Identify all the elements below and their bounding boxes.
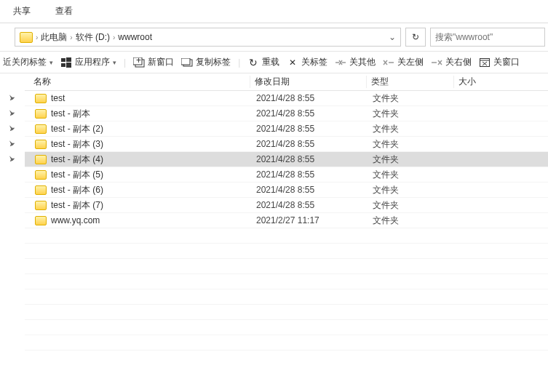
crumb-drive[interactable]: 软件 (D:): [76, 31, 110, 44]
close-other-button[interactable]: 关其他: [335, 56, 376, 68]
refresh-icon: ↻: [412, 32, 419, 42]
table-row-empty: [25, 289, 548, 305]
copy-tab-button[interactable]: 复制标签: [181, 56, 231, 68]
pin-icon[interactable]: [0, 121, 25, 137]
refresh-button[interactable]: ↻: [405, 28, 426, 47]
file-date: 2021/4/28 8:55: [256, 169, 373, 180]
crumb-folder[interactable]: wwwroot: [118, 32, 152, 42]
file-date: 2021/4/28 8:55: [256, 93, 373, 103]
folder-icon: [35, 185, 47, 195]
file-date: 2021/4/28 8:55: [256, 108, 373, 119]
table-row[interactable]: test - 副本 (6)2021/4/28 8:55文件夹: [25, 183, 548, 198]
content-area: 名称 修改日期 类型 大小 test2021/4/28 8:55文件夹test …: [0, 73, 548, 382]
tab-view[interactable]: 查看: [52, 4, 76, 19]
crumb-pc[interactable]: 此电脑: [41, 31, 67, 44]
file-name: test - 副本 (6): [51, 184, 256, 196]
file-type: 文件夹: [373, 199, 460, 212]
close-other-icon: [335, 57, 346, 68]
svg-rect-9: [480, 58, 490, 66]
file-type: 文件夹: [373, 153, 460, 166]
table-row[interactable]: test - 副本 (4)2021/4/28 8:55文件夹: [25, 152, 548, 167]
pin-icon[interactable]: [0, 152, 25, 167]
reload-button[interactable]: ↻ 重载: [247, 56, 279, 68]
file-type: 文件夹: [373, 108, 460, 120]
file-type: 文件夹: [373, 184, 460, 196]
search-input[interactable]: [435, 32, 540, 42]
table-row[interactable]: test2021/4/28 8:55文件夹: [25, 91, 548, 106]
file-name: test - 副本 (2): [51, 123, 256, 135]
close-tab-button[interactable]: ✕ 关标签: [287, 56, 327, 68]
file-date: 2021/4/28 8:55: [256, 124, 373, 134]
folder-icon: [35, 216, 47, 225]
table-row[interactable]: www.yq.com2021/2/27 11:17文件夹: [25, 213, 548, 228]
search-box[interactable]: [430, 28, 545, 47]
table-row-empty: [25, 320, 548, 335]
chevron-down-icon: ▾: [49, 59, 53, 66]
header-date[interactable]: 修改日期: [250, 76, 367, 88]
table-row[interactable]: test - 副本 (7)2021/4/28 8:55文件夹: [25, 198, 548, 213]
address-bar-row: › 此电脑 › 软件 (D:) › wwwroot ⌄ ↻: [0, 23, 548, 52]
file-date: 2021/4/28 8:55: [256, 154, 373, 164]
separator: |: [238, 57, 240, 68]
close-left-icon: [383, 57, 394, 68]
folder-icon: [35, 170, 47, 180]
file-type: 文件夹: [373, 215, 460, 227]
toolbar: 近关闭标签 ▾ 应用程序 ▾ | + 新窗口 复制标签 | ↻ 重载 ✕ 关标签…: [0, 52, 548, 73]
folder-icon: [35, 109, 47, 119]
windows-icon: [60, 57, 72, 68]
file-date: 2021/4/28 8:55: [256, 185, 373, 195]
pin-icon[interactable]: [0, 91, 25, 106]
close-left-button[interactable]: 关左侧: [383, 56, 424, 68]
file-name: test - 副本 (4): [51, 153, 256, 166]
table-row-empty: [25, 305, 548, 320]
pin-icon[interactable]: [0, 137, 25, 152]
close-right-button[interactable]: 关右侧: [431, 56, 472, 68]
file-name: test - 副本 (7): [51, 199, 256, 212]
pin-icon[interactable]: [0, 167, 25, 183]
apps-button[interactable]: 应用程序 ▾: [60, 56, 116, 68]
table-row[interactable]: test - 副本 (3)2021/4/28 8:55文件夹: [25, 137, 548, 152]
pin-icon[interactable]: [0, 183, 25, 198]
folder-icon: [35, 94, 47, 103]
close-window-button[interactable]: 关窗口: [479, 56, 520, 68]
tab-share[interactable]: 共享: [10, 4, 33, 19]
column-headers: 名称 修改日期 类型 大小: [25, 73, 548, 91]
folder-icon: [35, 124, 47, 134]
table-row[interactable]: test - 副本 (2)2021/4/28 8:55文件夹: [25, 121, 548, 137]
header-type[interactable]: 类型: [367, 76, 454, 88]
file-type: 文件夹: [373, 138, 460, 151]
file-name: test - 副本 (3): [51, 138, 256, 151]
breadcrumb[interactable]: › 此电脑 › 软件 (D:) › wwwroot ⌄: [15, 28, 401, 47]
folder-icon: [35, 201, 47, 210]
file-date: 2021/4/28 8:55: [256, 200, 373, 210]
file-name: test - 副本: [51, 108, 256, 120]
folder-icon: [35, 155, 47, 164]
file-type: 文件夹: [373, 169, 460, 181]
table-row-empty: [25, 335, 548, 351]
folder-icon: [35, 140, 47, 149]
header-size[interactable]: 大小: [454, 76, 476, 88]
svg-rect-1: [66, 57, 71, 62]
table-row-empty: [25, 228, 548, 244]
svg-rect-3: [66, 63, 71, 68]
file-name: test - 副本 (5): [51, 169, 256, 181]
file-date: 2021/2/27 11:17: [256, 215, 373, 225]
new-window-button[interactable]: + 新窗口: [133, 56, 174, 68]
svg-rect-0: [61, 58, 65, 62]
pin-icon[interactable]: [0, 213, 25, 228]
file-type: 文件夹: [373, 123, 460, 135]
pin-icon[interactable]: [0, 198, 25, 213]
recent-closed-tabs-button[interactable]: 近关闭标签 ▾: [3, 56, 53, 68]
separator: |: [124, 57, 126, 68]
chevron-down-icon[interactable]: ⌄: [389, 32, 396, 42]
svg-rect-8: [181, 58, 190, 65]
ribbon-tabs: 共享 查看: [0, 0, 548, 23]
chevron-right-icon: ›: [70, 33, 72, 41]
pin-icon[interactable]: [0, 106, 25, 121]
table-row-empty: [25, 244, 548, 259]
close-right-icon: [431, 57, 442, 68]
file-list: 名称 修改日期 类型 大小 test2021/4/28 8:55文件夹test …: [25, 73, 548, 382]
table-row[interactable]: test - 副本2021/4/28 8:55文件夹: [25, 106, 548, 121]
header-name[interactable]: 名称: [25, 76, 250, 88]
table-row[interactable]: test - 副本 (5)2021/4/28 8:55文件夹: [25, 167, 548, 183]
